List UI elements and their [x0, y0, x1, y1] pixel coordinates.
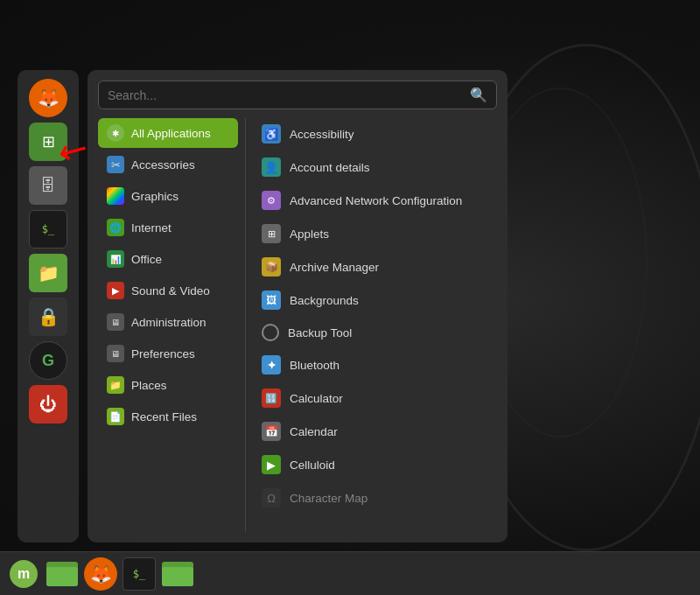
- internet-icon: 🌐: [107, 219, 124, 236]
- app-calculator-label: Calculator: [290, 392, 343, 405]
- category-recent-files[interactable]: 📄 Recent Files: [98, 402, 238, 431]
- sound-video-icon: ▶: [107, 282, 124, 299]
- celluloid-icon: ▶: [262, 455, 281, 474]
- app-celluloid[interactable]: ▶ Celluloid: [253, 449, 494, 480]
- lock-icon: 🔒: [38, 306, 60, 327]
- app-advanced-network-label: Advanced Network Configuration: [290, 194, 462, 207]
- taskbar-folder-1[interactable]: [46, 557, 79, 591]
- sidebar-item-lock[interactable]: 🔒: [29, 298, 67, 336]
- app-archive-manager-label: Archive Manager: [290, 261, 379, 274]
- office-icon: 📊: [107, 250, 124, 268]
- taskbar-terminal-icon: $_: [133, 568, 145, 580]
- app-list: ♿ Accessibility 👤 Account details ⚙ Adva…: [253, 118, 497, 532]
- sidebar-item-files[interactable]: 📁: [29, 254, 67, 292]
- advanced-network-icon: ⚙: [262, 191, 281, 210]
- category-graphics-label: Graphics: [131, 190, 178, 203]
- app-celluloid-label: Celluloid: [290, 458, 335, 472]
- app-accessibility-label: Accessibility: [290, 128, 354, 141]
- app-accessibility[interactable]: ♿ Accessibility: [253, 118, 494, 150]
- app-bluetooth[interactable]: ✦ Bluetooth: [253, 349, 494, 381]
- app-character-map[interactable]: Ω Character Map: [253, 482, 494, 514]
- category-office[interactable]: 📊 Office: [98, 244, 238, 274]
- category-accessories[interactable]: ✂ Accessories: [98, 150, 238, 179]
- places-icon: 📁: [107, 376, 124, 394]
- category-places-label: Places: [131, 379, 167, 392]
- app-character-map-label: Character Map: [290, 492, 368, 505]
- category-list: ✱ All Applications ✂ Accessories Graphic…: [98, 118, 238, 532]
- taskbar: m 🦊 $_: [0, 551, 700, 595]
- applets-icon: ⊞: [262, 224, 281, 243]
- storage-icon: 🗄: [40, 177, 56, 195]
- account-details-icon: 👤: [262, 158, 281, 177]
- category-all-label: All Applications: [131, 127, 211, 140]
- category-preferences-label: Preferences: [131, 347, 195, 360]
- category-sound-video-label: Sound & Video: [131, 284, 210, 298]
- app-calendar[interactable]: 📅 Calendar: [253, 416, 494, 447]
- graphics-icon: [107, 187, 124, 205]
- app-backup-tool[interactable]: Backup Tool: [253, 318, 494, 347]
- app-account-details[interactable]: 👤 Account details: [253, 151, 494, 183]
- app-backgrounds-label: Backgrounds: [290, 294, 359, 307]
- app-calendar-label: Calendar: [290, 425, 338, 438]
- app-advanced-network[interactable]: ⚙ Advanced Network Configuration: [253, 185, 494, 216]
- sidebar-item-power[interactable]: ⏻: [29, 385, 67, 424]
- category-places[interactable]: 📁 Places: [98, 370, 238, 400]
- recent-files-icon: 📄: [107, 408, 124, 425]
- menu-panel: 🔍 ✱ All Applications ✂ Accessories Graph…: [88, 70, 508, 542]
- category-all-applications[interactable]: ✱ All Applications: [98, 118, 238, 148]
- files-icon: 📁: [38, 262, 60, 284]
- app-backup-tool-label: Backup Tool: [288, 326, 352, 340]
- search-bar: 🔍: [98, 80, 497, 109]
- calendar-icon: 📅: [262, 422, 281, 441]
- preferences-icon: 🖥: [107, 345, 124, 362]
- app-applets[interactable]: ⊞ Applets: [253, 218, 494, 249]
- power-icon: ⏻: [39, 395, 57, 415]
- category-office-label: Office: [131, 253, 162, 266]
- category-accessories-label: Accessories: [131, 158, 195, 172]
- app-account-details-label: Account details: [290, 161, 370, 174]
- backup-tool-icon: [262, 324, 279, 341]
- search-input[interactable]: [108, 88, 470, 102]
- character-map-icon: Ω: [262, 488, 281, 508]
- grammarly-icon: G: [42, 352, 54, 370]
- sidebar-item-firefox[interactable]: 🦊: [29, 79, 67, 117]
- archive-manager-icon: 📦: [262, 257, 281, 276]
- mint-logo: m: [10, 560, 38, 588]
- menu-divider: [245, 118, 246, 532]
- accessibility-icon: ♿: [262, 124, 281, 144]
- category-administration[interactable]: 🖥 Administration: [98, 307, 238, 337]
- administration-icon: 🖥: [107, 313, 124, 331]
- category-internet[interactable]: 🌐 Internet: [98, 213, 238, 242]
- category-preferences[interactable]: 🖥 Preferences: [98, 339, 238, 368]
- all-applications-icon: ✱: [107, 124, 124, 142]
- category-sound-video[interactable]: ▶ Sound & Video: [98, 276, 238, 305]
- taskbar-mint-start[interactable]: m: [7, 557, 40, 591]
- taskbar-terminal[interactable]: $_: [122, 557, 156, 591]
- app-applets-label: Applets: [290, 228, 329, 241]
- menu-content: ✱ All Applications ✂ Accessories Graphic…: [98, 118, 497, 532]
- app-backgrounds[interactable]: 🖼 Backgrounds: [253, 284, 494, 316]
- accessories-icon: ✂: [107, 156, 124, 173]
- category-graphics[interactable]: Graphics: [98, 181, 238, 211]
- taskbar-folder-2[interactable]: [161, 557, 194, 591]
- apps-grid-icon: ⊞: [42, 132, 55, 151]
- app-calculator[interactable]: 🔢 Calculator: [253, 382, 494, 414]
- app-bluetooth-label: Bluetooth: [290, 359, 340, 372]
- taskbar-firefox[interactable]: 🦊: [84, 557, 117, 591]
- sidebar-item-terminal[interactable]: $_: [29, 210, 67, 248]
- category-recent-label: Recent Files: [131, 410, 197, 424]
- backgrounds-icon: 🖼: [262, 290, 281, 310]
- firefox-icon: 🦊: [38, 88, 60, 108]
- category-internet-label: Internet: [131, 221, 172, 234]
- calculator-icon: 🔢: [262, 388, 281, 408]
- sidebar-item-grammarly[interactable]: G: [29, 341, 67, 380]
- search-button[interactable]: 🔍: [470, 87, 487, 103]
- taskbar-firefox-icon: 🦊: [90, 564, 112, 584]
- sidebar-item-storage[interactable]: 🗄: [29, 166, 67, 205]
- category-administration-label: Administration: [131, 316, 206, 329]
- terminal-icon: $_: [42, 223, 54, 235]
- bluetooth-icon: ✦: [262, 355, 281, 374]
- app-archive-manager[interactable]: 📦 Archive Manager: [253, 251, 494, 283]
